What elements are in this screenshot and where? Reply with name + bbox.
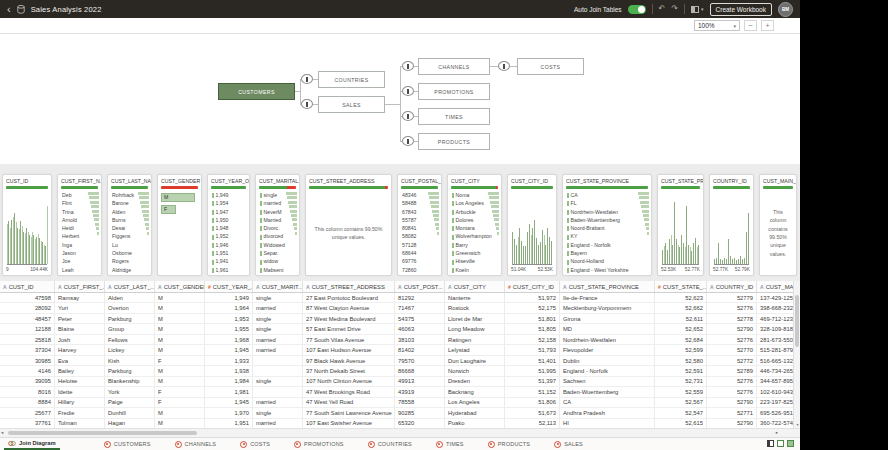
horizontal-scrollbar-thumb[interactable] [8,431,197,436]
diagram-node-countries[interactable]: COUNTRIES [318,71,385,88]
table-row[interactable]: 25677FredieDunhillM1,970single77 South S… [0,408,800,418]
funnel-bar [429,196,439,199]
diagram-node-products[interactable]: PRODUCTS [418,133,490,150]
dataset-tab-countries[interactable]: COUNTRIES [368,441,412,448]
table-cell: Dublin [560,356,655,365]
table-row[interactable]: 8016IdetteYorkF1,98147 West Brookings Ro… [0,387,800,397]
avatar[interactable]: BM [778,2,793,17]
dataset-tab-sales[interactable]: SALES [554,441,583,448]
column-header[interactable]: ACUST_ID [0,281,55,292]
dataset-tab-channels[interactable]: CHANNELS [175,441,217,448]
table-row[interactable]: 8884HillaryPaigeF1,945married47 West Yel… [0,398,800,408]
column-header[interactable]: ACUST_POST... [395,281,445,292]
tab-join-diagram[interactable]: Join Diagram [4,438,60,450]
tile-value-row: Lu [108,241,151,249]
redo-icon[interactable]: ↷ [671,5,678,13]
join-icon[interactable] [301,74,313,84]
funnel-bar [138,192,149,195]
diagram-node-promotions[interactable]: PROMOTIONS [418,83,490,100]
back-icon[interactable]: ‹ [7,4,11,14]
join-icon[interactable] [402,111,414,121]
scroll-down-icon[interactable]: ▾ [794,422,800,427]
table-row[interactable]: 4146BaileyParkburgM1,93837 North Dekalb … [0,366,800,376]
column-header[interactable]: #CUST_STATE_... [655,281,707,292]
top-bar: ‹ Sales Analysis 2022 Auto Join Tables ↶… [0,0,800,18]
auto-join-toggle[interactable] [628,5,646,14]
table-row[interactable]: 39095HeloiseBlankenshipM1,984single107 N… [0,377,800,387]
table-row[interactable]: 25818JoshFellowsM1,968married77 South Vi… [0,335,800,345]
zoom-in-button[interactable]: + [761,20,774,31]
dataset-tab-products[interactable]: PRODUCTS [488,441,530,448]
column-tile[interactable]: CUST_STATE_PR...52.53K52.77K [657,174,704,276]
column-header-label: CUST_MARIT... [262,284,303,290]
diagram-node-channels[interactable]: CHANNELS [418,58,490,75]
column-tile[interactable]: CUST_POSTAL_...4834658488678435578780841… [397,174,442,276]
undo-icon[interactable]: ↶ [659,5,666,13]
diagram-node-times[interactable]: TIMES [418,108,490,125]
table-row[interactable]: 12188BlaineGroupM1,955single57 East Emme… [0,324,800,334]
column-header[interactable]: ACUST_GENDER [155,281,205,292]
column-tile[interactable]: CUST_GENDERMF [157,174,202,276]
join-icon[interactable] [402,86,414,96]
table-cell: 30985 [0,356,55,365]
table-cell: Dunhill [105,408,155,417]
zoom-out-button[interactable]: − [744,20,757,31]
table-row[interactable]: 37304HarveyLickeyM1,945married107 East H… [0,345,800,355]
column-header[interactable]: ACUST_FIRST_... [55,281,105,292]
column-tile[interactable]: CUST_LAST_NA...RohrbackBaroneAldenBurnsD… [107,174,152,276]
dataset-tab-promotions[interactable]: PROMOTIONS [294,441,344,448]
horizontal-scrollbar[interactable]: ◂ ▸ [0,428,800,437]
column-tile[interactable]: CUST_CITY_ID51.04K52.53K [507,174,557,276]
histogram-bar [523,246,524,264]
column-tile[interactable]: CUST_FIRST_N...DebFlintTrinaArnoldHeidiH… [57,174,102,276]
diagram-node-costs[interactable]: COSTS [517,58,584,75]
join-icon[interactable] [498,61,510,71]
column-tile[interactable]: CUST_STATE_PROVINCECAFLNordrhein-Westfal… [562,174,652,276]
scroll-right-icon[interactable]: ▸ [776,429,778,436]
table-row[interactable]: 48457PeterParkburgM1,953single27 West Me… [0,314,800,324]
table-row[interactable]: 37761TolmanHaganM1,951married107 East Sw… [0,419,800,428]
column-tile[interactable]: CUST_STREET_ADDRESSThis column contains … [305,174,392,276]
tile-body: This column contains 99.50% unique value… [760,191,796,275]
column-tile[interactable]: CUST_MAIN_...This column contains 99.50%… [759,174,797,276]
zoom-level-dropdown[interactable]: 100% ▾ [694,20,740,31]
histogram-bar [738,259,739,264]
diagram-node-customers[interactable]: CUSTOMERS [218,83,295,100]
join-icon[interactable] [402,136,414,146]
scroll-left-icon[interactable]: ◂ [1,429,3,436]
column-header[interactable]: #CUST_CITY_ID [505,281,560,292]
dataset-tab-costs[interactable]: COSTS [240,441,270,448]
join-icon[interactable] [402,61,414,71]
column-header[interactable]: ACUST_MARIT... [253,281,303,292]
vertical-scrollbar-thumb[interactable] [795,295,799,347]
column-header[interactable]: ACUST_STREET_ADDRESS [303,281,395,292]
table-row[interactable]: 30985EvaKishF1,93397 Black Hawk Avenue79… [0,356,800,366]
create-workbook-button[interactable]: Create Workbook [710,3,772,16]
join-diagram-canvas[interactable]: CUSTOMERS COUNTRIES SALES CHANNELS PROMO… [0,34,800,164]
column-tile[interactable]: CUST_MARITAL...singlemarriedNeverMMarrie… [255,174,300,276]
table-cell: 52790 [707,398,757,407]
table-view-icon[interactable] [787,440,794,447]
table-row[interactable]: 47598RamsayAldenM1,949single27 East Pont… [0,293,800,303]
vertical-scrollbar[interactable]: ▾ [793,281,800,428]
column-tile[interactable]: COUNTRY_ID52.77K52.79K [709,174,754,276]
split-view-icon[interactable] [777,440,784,447]
column-tile[interactable]: CUST_YEAR_OF_...1,9491,9541,9471,9501,94… [207,174,250,276]
dataset-tab-times[interactable]: TIMES [436,441,464,448]
column-tile[interactable]: CUST_ID9104.44K [2,174,52,276]
column-header[interactable]: ACUST_STATE_PROVINCE [560,281,655,292]
column-header[interactable]: ACUST_CITY [445,281,505,292]
view-selector-button[interactable]: ▾ [691,6,704,13]
column-header[interactable]: ACOUNTRY_ID [707,281,757,292]
dataset-tab-customers[interactable]: CUSTOMERS [104,441,151,448]
join-icon[interactable] [301,99,313,109]
histogram-bar [671,235,672,264]
diagram-node-sales[interactable]: SALES [318,96,385,113]
table-cell: M [155,366,205,375]
table-row[interactable]: 28092YuriOvertonM1,964married87 West Cla… [0,303,800,313]
column-header[interactable]: #CUST_YEAR_... [205,281,253,292]
column-tile[interactable]: CUST_CITYNomaLos AngelesArbuckleDoloresM… [447,174,502,276]
table-cell: M [155,377,205,386]
column-header[interactable]: ACUST_LAST_... [105,281,155,292]
diagram-view-icon[interactable] [767,440,774,447]
